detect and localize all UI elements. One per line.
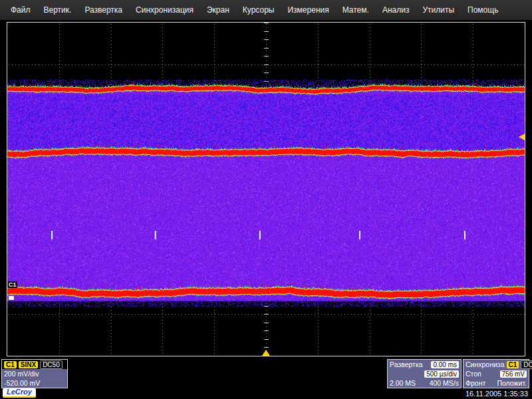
trigger-level-marker-icon[interactable] — [519, 134, 525, 140]
menu-item-utilities[interactable]: Утилиты — [416, 5, 461, 15]
menu-item-measure[interactable]: Измерения — [281, 5, 335, 15]
trigger-position-marker-icon[interactable] — [262, 350, 270, 356]
channel-coupling-badge: DC50 — [40, 360, 63, 369]
menu-item-timebase[interactable]: Развертка — [78, 5, 129, 15]
timebase-tdiv: 500 µs/div — [424, 370, 459, 378]
menu-item-analysis[interactable]: Анализ — [376, 5, 416, 15]
trigger-source-badge: C1 — [507, 361, 519, 368]
channel-offset: -520.00 mV — [2, 378, 67, 388]
timebase-label: Развертка — [390, 360, 423, 369]
scope-display: C1 — [7, 22, 525, 356]
menu-item-help[interactable]: Помощь — [461, 5, 505, 15]
trigger-mode: Стоп — [466, 370, 481, 378]
channel-ground-marker — [9, 296, 14, 300]
trigger-label: Синхрониза — [466, 360, 505, 369]
waveform-canvas — [7, 23, 525, 356]
timestamp: 16.11.2005 1:35:33 — [466, 390, 528, 398]
lecroy-logo: LeCroy — [3, 388, 36, 398]
channel-function-badge: SINX — [19, 361, 38, 368]
channel-marker-c1: C1 — [8, 281, 17, 288]
menu-item-trigger[interactable]: Синхронизация — [129, 5, 200, 15]
trigger-edge-label: Фронт — [466, 379, 485, 388]
menu-item-cursors[interactable]: Курсоры — [236, 5, 281, 15]
menu-item-vertical[interactable]: Вертик. — [37, 5, 78, 15]
menu-item-file[interactable]: Файл — [4, 5, 37, 15]
timebase-samples: 2.00 MS — [390, 379, 416, 388]
trigger-descriptor[interactable]: Синхрониза C1 DC Стоп 756 mV Фронт Полож… — [463, 359, 529, 388]
channel-descriptor-c1[interactable]: C1 SINX DC50 200 mV/div -520.00 mV — [1, 359, 68, 388]
menu-item-math[interactable]: Матем. — [336, 5, 376, 15]
trigger-edge: Положит. — [497, 379, 527, 388]
menu-bar: Файл Вертик. Развертка Синхронизация Экр… — [0, 0, 532, 20]
timebase-delay: 0.00 ms — [431, 361, 459, 368]
trigger-coupling-badge: DC — [521, 360, 532, 369]
trigger-level: 756 mV — [500, 370, 527, 378]
timebase-descriptor[interactable]: Развертка 0.00 ms 500 µs/div 2.00 MS 400… — [387, 359, 462, 388]
timebase-rate: 400 MS/s — [430, 379, 459, 388]
channel-vdiv: 200 mV/div — [2, 369, 67, 378]
menu-item-display[interactable]: Экран — [200, 5, 236, 15]
channel-label: C1 — [4, 361, 17, 368]
